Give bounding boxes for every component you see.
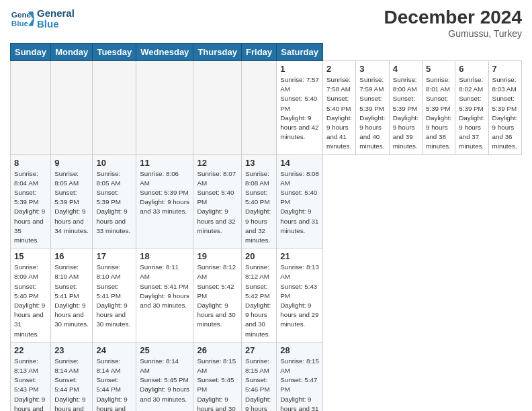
calendar-cell: 17Sunrise: 8:10 AMSunset: 5:41 PMDayligh… [93,248,136,342]
calendar-cell [193,61,242,155]
day-number: 22 [14,345,47,355]
day-info: Sunrise: 8:09 AMSunset: 5:40 PMDaylight:… [14,263,47,339]
day-info: Sunrise: 8:04 AMSunset: 5:39 PMDaylight:… [14,169,47,246]
day-info: Sunrise: 8:05 AMSunset: 5:39 PMDaylight:… [54,169,89,236]
day-number: 25 [140,345,189,355]
col-header-thursday: Thursday [193,44,242,61]
logo: General Blue General Blue [10,7,75,31]
calendar-cell: 9Sunrise: 8:05 AMSunset: 5:39 PMDaylight… [51,154,93,248]
day-info: Sunrise: 8:10 AMSunset: 5:41 PMDaylight:… [54,263,89,329]
day-number: 5 [426,64,451,74]
day-info: Sunrise: 7:59 AMSunset: 5:39 PMDaylight:… [359,75,385,152]
day-number: 17 [96,251,132,261]
day-number: 21 [280,251,319,261]
calendar-week-1: 1Sunrise: 7:57 AMSunset: 5:40 PMDaylight… [11,61,522,155]
calendar-cell [136,61,193,155]
col-header-sunday: Sunday [11,44,51,61]
calendar-cell: 8Sunrise: 8:04 AMSunset: 5:39 PMDaylight… [11,154,51,248]
day-number: 8 [14,158,47,168]
day-info: Sunrise: 8:14 AMSunset: 5:45 PMDaylight:… [140,357,189,404]
day-info: Sunrise: 8:15 AMSunset: 5:47 PMDaylight:… [280,357,319,411]
day-info: Sunrise: 8:08 AMSunset: 5:40 PMDaylight:… [280,169,319,236]
calendar-cell: 27Sunrise: 8:15 AMSunset: 5:46 PMDayligh… [242,342,277,411]
calendar-cell: 21Sunrise: 8:13 AMSunset: 5:43 PMDayligh… [277,248,323,342]
col-header-wednesday: Wednesday [136,44,193,61]
logo-line1: General [37,8,75,19]
day-number: 19 [197,251,238,261]
day-number: 12 [197,158,238,168]
calendar-cell: 16Sunrise: 8:10 AMSunset: 5:41 PMDayligh… [51,248,93,342]
day-number: 1 [280,64,319,74]
calendar-cell [242,61,277,155]
calendar-cell: 6Sunrise: 8:02 AMSunset: 5:39 PMDaylight… [455,61,488,155]
day-info: Sunrise: 8:06 AMSunset: 5:39 PMDaylight:… [140,169,189,217]
col-header-monday: Monday [51,44,93,61]
calendar-cell: 15Sunrise: 8:09 AMSunset: 5:40 PMDayligh… [11,248,51,342]
logo-line2: Blue [37,19,75,30]
calendar-cell [51,61,93,155]
day-info: Sunrise: 8:03 AMSunset: 5:39 PMDaylight:… [492,75,518,152]
day-info: Sunrise: 8:14 AMSunset: 5:44 PMDaylight:… [96,357,132,411]
day-number: 23 [54,345,89,355]
day-number: 26 [197,345,238,355]
day-number: 14 [280,158,319,168]
logo-icon: General Blue [10,7,34,31]
day-info: Sunrise: 8:07 AMSunset: 5:40 PMDaylight:… [197,169,238,236]
calendar-cell: 14Sunrise: 8:08 AMSunset: 5:40 PMDayligh… [277,154,323,248]
calendar-cell: 26Sunrise: 8:15 AMSunset: 5:45 PMDayligh… [193,342,242,411]
calendar-cell: 12Sunrise: 8:07 AMSunset: 5:40 PMDayligh… [193,154,242,248]
title-block: December 2024 Gumussu, Turkey [384,7,522,39]
day-number: 10 [96,158,132,168]
day-number: 15 [14,251,47,261]
day-info: Sunrise: 8:02 AMSunset: 5:39 PMDaylight:… [459,75,484,152]
day-number: 18 [140,251,189,261]
calendar-cell: 22Sunrise: 8:13 AMSunset: 5:43 PMDayligh… [11,342,51,411]
day-number: 20 [245,251,273,261]
col-header-saturday: Saturday [277,44,323,61]
calendar-cell: 20Sunrise: 8:12 AMSunset: 5:42 PMDayligh… [242,248,277,342]
day-info: Sunrise: 7:57 AMSunset: 5:40 PMDaylight:… [280,75,319,142]
calendar-cell: 1Sunrise: 7:57 AMSunset: 5:40 PMDaylight… [277,61,323,155]
calendar-cell: 3Sunrise: 7:59 AMSunset: 5:39 PMDaylight… [356,61,389,155]
day-number: 28 [280,345,319,355]
month-title: December 2024 [384,7,522,28]
day-number: 27 [245,345,273,355]
calendar-cell: 11Sunrise: 8:06 AMSunset: 5:39 PMDayligh… [136,154,193,248]
col-header-tuesday: Tuesday [93,44,136,61]
day-number: 4 [393,64,418,74]
day-number: 3 [359,64,385,74]
day-info: Sunrise: 8:12 AMSunset: 5:42 PMDaylight:… [197,263,238,329]
header-row: SundayMondayTuesdayWednesdayThursdayFrid… [11,44,522,61]
day-info: Sunrise: 8:15 AMSunset: 5:46 PMDaylight:… [245,357,273,411]
calendar-cell: 18Sunrise: 8:11 AMSunset: 5:41 PMDayligh… [136,248,193,342]
day-info: Sunrise: 8:15 AMSunset: 5:45 PMDaylight:… [197,357,238,411]
svg-text:Blue: Blue [11,19,29,28]
calendar-cell: 7Sunrise: 8:03 AMSunset: 5:39 PMDaylight… [488,61,521,155]
day-number: 13 [245,158,273,168]
calendar-week-3: 15Sunrise: 8:09 AMSunset: 5:40 PMDayligh… [11,248,522,342]
calendar-cell: 24Sunrise: 8:14 AMSunset: 5:44 PMDayligh… [93,342,136,411]
calendar-cell: 2Sunrise: 7:58 AMSunset: 5:40 PMDaylight… [323,61,356,155]
day-number: 6 [459,64,484,74]
day-info: Sunrise: 8:10 AMSunset: 5:41 PMDaylight:… [96,263,132,329]
calendar-cell [93,61,136,155]
day-info: Sunrise: 8:00 AMSunset: 5:39 PMDaylight:… [393,75,418,152]
col-header-friday: Friday [242,44,277,61]
calendar-cell: 13Sunrise: 8:08 AMSunset: 5:40 PMDayligh… [242,154,277,248]
day-info: Sunrise: 8:11 AMSunset: 5:41 PMDaylight:… [140,263,189,310]
calendar-cell [11,61,51,155]
calendar-cell: 28Sunrise: 8:15 AMSunset: 5:47 PMDayligh… [277,342,323,411]
calendar-cell: 5Sunrise: 8:01 AMSunset: 5:39 PMDaylight… [422,61,455,155]
day-info: Sunrise: 7:58 AMSunset: 5:40 PMDaylight:… [326,75,352,152]
location: Gumussu, Turkey [384,28,522,39]
calendar-cell: 10Sunrise: 8:05 AMSunset: 5:39 PMDayligh… [93,154,136,248]
calendar-table: SundayMondayTuesdayWednesdayThursdayFrid… [10,43,522,411]
day-info: Sunrise: 8:12 AMSunset: 5:42 PMDaylight:… [245,263,273,339]
calendar-week-2: 8Sunrise: 8:04 AMSunset: 5:39 PMDaylight… [11,154,522,248]
day-number: 2 [326,64,352,74]
main-container: General Blue General Blue December 2024 … [0,0,532,411]
header: General Blue General Blue December 2024 … [10,7,522,39]
calendar-week-4: 22Sunrise: 8:13 AMSunset: 5:43 PMDayligh… [11,342,522,411]
day-info: Sunrise: 8:01 AMSunset: 5:39 PMDaylight:… [426,75,451,152]
calendar-cell: 4Sunrise: 8:00 AMSunset: 5:39 PMDaylight… [389,61,422,155]
